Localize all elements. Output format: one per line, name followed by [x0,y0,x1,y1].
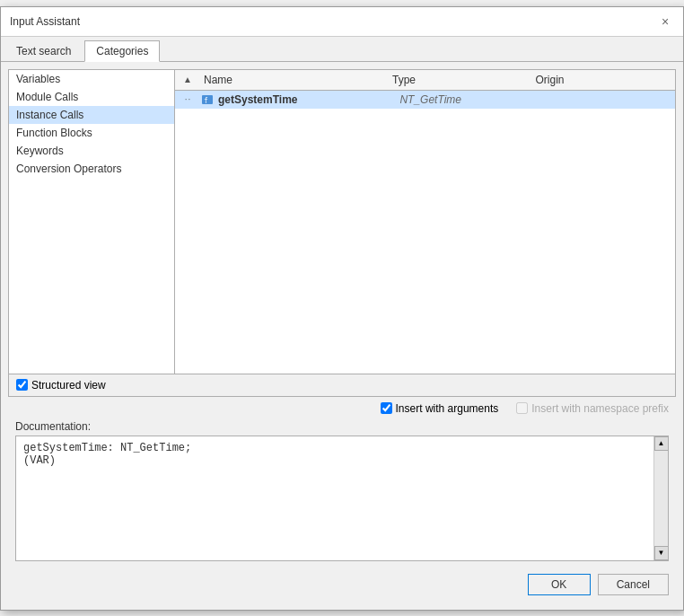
structured-view-checkbox[interactable] [16,379,28,391]
row-dots: ·· [175,94,200,104]
table-header: ▲ Name Type Origin [175,70,675,91]
dialog-body: Variables Module Calls Instance Calls Fu… [1,62,683,610]
documentation-content: getSystemTime: NT_GetTime; (VAR) [16,436,653,560]
close-button[interactable]: × [656,13,674,31]
sidebar-item-variables[interactable]: Variables [9,70,174,88]
documentation-box: getSystemTime: NT_GetTime; (VAR) ▲ ▼ [15,436,669,561]
tab-categories[interactable]: Categories [84,40,160,62]
ok-button[interactable]: OK [528,574,591,595]
function-icon: f [200,92,215,107]
structured-view-checkbox-label[interactable]: Structured view [16,379,106,392]
insert-with-arguments-checkbox[interactable] [381,402,392,414]
options-bar: Insert with arguments Insert with namesp… [8,397,676,420]
sidebar-item-conversion-operators[interactable]: Conversion Operators [9,160,174,178]
sidebar-item-function-blocks[interactable]: Function Blocks [9,124,174,142]
row-name: getSystemTime [216,93,396,106]
insert-with-arguments-label[interactable]: Insert with arguments [381,402,499,415]
documentation-label: Documentation: [15,420,669,433]
left-panel: Variables Module Calls Instance Calls Fu… [9,70,175,374]
dialog-title: Input Assistant [10,15,80,28]
sidebar-item-instance-calls[interactable]: Instance Calls [9,106,174,124]
title-bar: Input Assistant × [1,7,683,37]
main-area: Variables Module Calls Instance Calls Fu… [8,69,676,374]
sidebar-item-module-calls[interactable]: Module Calls [9,88,174,106]
tab-text-search[interactable]: Text search [4,40,83,61]
table-row[interactable]: ·· f getSystemTime NT_GetTime [175,91,675,109]
structured-view-label: Structured view [31,379,106,392]
input-assistant-dialog: Input Assistant × Text search Categories… [0,6,684,611]
vertical-scrollbar[interactable]: ▲ ▼ [653,436,668,560]
button-bar: OK Cancel [8,568,676,603]
insert-with-namespace-prefix-checkbox [516,402,528,414]
right-panel: ▲ Name Type Origin ·· [175,70,675,374]
tab-bar: Text search Categories [1,37,683,62]
structured-view-bar: Structured view [8,374,676,397]
row-type: NT_GetTime [396,93,535,106]
scroll-up-arrow[interactable]: ▲ [654,436,669,451]
insert-with-namespace-prefix-text: Insert with namespace prefix [531,402,669,415]
scroll-down-arrow[interactable]: ▼ [654,546,669,560]
sort-arrow-icon: ▲ [183,75,192,84]
scrollbar-track[interactable] [654,451,668,546]
documentation-section: Documentation: getSystemTime: NT_GetTime… [8,420,676,568]
insert-with-arguments-text: Insert with arguments [396,402,499,415]
sort-column-header: ▲ [175,74,200,86]
svg-text:f: f [204,97,208,105]
insert-with-namespace-prefix-label: Insert with namespace prefix [516,402,669,415]
type-column-header: Type [389,74,532,86]
table-body: ·· f getSystemTime NT_GetTime [175,91,675,374]
cancel-button[interactable]: Cancel [598,574,669,595]
origin-column-header: Origin [532,74,676,86]
sidebar-item-keywords[interactable]: Keywords [9,142,174,160]
name-column-header: Name [200,74,389,86]
